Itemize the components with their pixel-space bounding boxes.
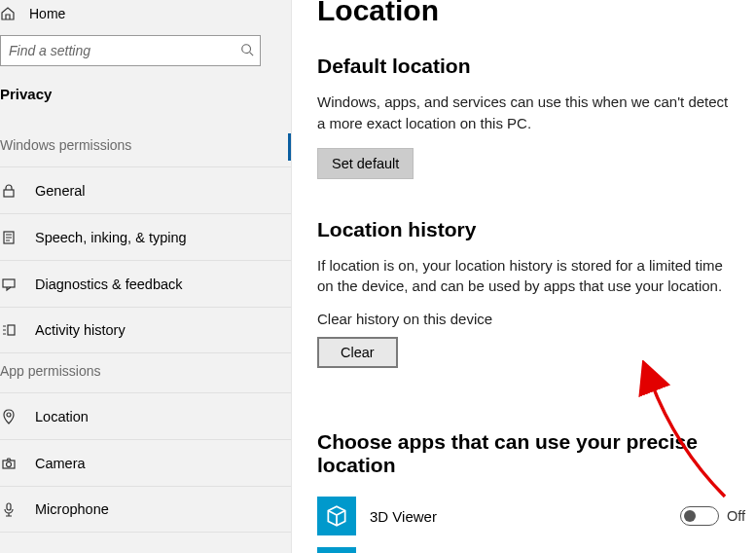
page-title: Location — [317, 0, 756, 27]
sidebar-item-label: Microphone — [35, 501, 109, 517]
sidebar-item-label: Location — [35, 409, 89, 424]
sidebar-item-microphone[interactable]: Microphone — [0, 486, 291, 533]
svg-rect-4 — [8, 325, 15, 335]
category-header: Privacy — [0, 80, 291, 120]
sidebar-item-label: Camera — [35, 456, 86, 471]
svg-rect-3 — [3, 279, 15, 287]
toggle-3d-viewer[interactable] — [680, 506, 719, 526]
search-icon — [240, 43, 256, 58]
camera-app-icon — [317, 547, 356, 553]
group-header-app-permissions: App permissions — [0, 353, 291, 392]
search-wrap — [0, 35, 279, 66]
svg-rect-8 — [7, 503, 11, 510]
toggle-state: Off — [727, 508, 745, 524]
sidebar-item-camera[interactable]: Camera — [0, 439, 291, 486]
sidebar-item-activity[interactable]: Activity history — [0, 307, 291, 353]
group-windows-permissions: General Speech, inking, & typing Diagnos… — [0, 166, 291, 353]
lock-icon — [0, 182, 18, 200]
app-label: 3D Viewer — [370, 508, 666, 525]
home-icon — [0, 6, 16, 21]
feedback-icon — [0, 276, 18, 293]
section-choose-apps-heading: Choose apps that can use your precise lo… — [317, 430, 756, 477]
svg-point-7 — [7, 461, 12, 466]
home-label: Home — [29, 6, 65, 21]
svg-point-0 — [242, 45, 251, 54]
3d-viewer-icon — [317, 497, 356, 535]
app-row-camera: Camera Off — [317, 541, 745, 553]
camera-icon — [0, 455, 18, 472]
set-default-button[interactable]: Set default — [317, 148, 414, 179]
svg-rect-1 — [4, 190, 14, 197]
group-header-windows-permissions: Windows permissions — [0, 128, 291, 166]
sidebar-item-label: Speech, inking, & typing — [35, 230, 187, 245]
sidebar: Home Privacy Windows permissions General — [0, 0, 292, 553]
sidebar-item-location[interactable]: Location — [0, 392, 291, 439]
sidebar-item-general[interactable]: General — [0, 166, 291, 213]
sidebar-item-label: Diagnostics & feedback — [35, 276, 183, 292]
location-history-desc: If location is on, your location history… — [317, 255, 736, 298]
home-link[interactable]: Home — [0, 0, 291, 35]
location-icon — [0, 408, 18, 425]
app-row-3d-viewer: 3D Viewer Off — [317, 491, 745, 541]
clear-button[interactable]: Clear — [317, 337, 398, 368]
search-input[interactable] — [0, 35, 261, 66]
sidebar-item-speech[interactable]: Speech, inking, & typing — [0, 213, 291, 260]
microphone-icon — [0, 500, 18, 518]
svg-point-5 — [7, 413, 11, 417]
clear-history-label: Clear history on this device — [317, 311, 756, 327]
section-location-history-heading: Location history — [317, 218, 756, 241]
clipboard-icon — [0, 229, 18, 246]
main-content: Location Default location Windows, apps,… — [292, 0, 756, 553]
default-location-desc: Windows, apps, and services can use this… — [317, 92, 736, 134]
section-default-location-heading: Default location — [317, 55, 756, 78]
group-app-permissions: Location Camera Microphone — [0, 392, 291, 533]
sidebar-item-label: General — [35, 183, 86, 199]
sidebar-item-label: Activity history — [35, 322, 126, 338]
sidebar-item-diagnostics[interactable]: Diagnostics & feedback — [0, 260, 291, 307]
history-icon — [0, 321, 18, 339]
